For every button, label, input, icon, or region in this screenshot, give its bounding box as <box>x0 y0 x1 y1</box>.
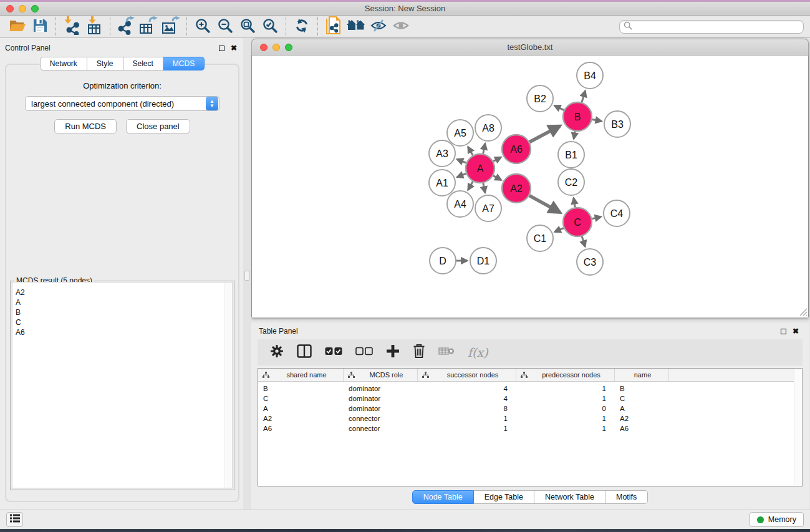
optimization-criterion-label: Optimization criterion: <box>6 81 238 90</box>
graph-edge-C-C1[interactable] <box>555 228 564 232</box>
tab-node-table[interactable]: Node Table <box>412 490 474 504</box>
graph-edge-A-A2[interactable] <box>493 176 501 180</box>
graph-edge-B-B3[interactable] <box>592 119 602 121</box>
graph-edge-B-B4[interactable] <box>582 91 586 102</box>
network-canvas-svg[interactable]: B4B2BB3A5A8A6B1A3AC2A1A2A4A7C4CC1C3DD1 <box>252 56 808 317</box>
network-window-titlebar[interactable]: testGlobe.txt <box>251 39 809 56</box>
mcds-tab-content: Optimization criterion: largest connecte… <box>5 64 239 502</box>
graph-node-label: B2 <box>534 94 546 104</box>
table-row[interactable]: A6connector11A6 <box>258 423 802 433</box>
function-builder-button: f(x) <box>468 343 488 362</box>
table-cell: A <box>258 405 344 412</box>
mcds-result-list[interactable]: A2ABCA6 <box>12 282 233 488</box>
column-header-MCDS-role[interactable]: MCDS role <box>344 369 418 381</box>
tab-select[interactable]: Select <box>123 57 163 70</box>
graph-edge-A2-C[interactable] <box>529 196 560 213</box>
save-session-button[interactable] <box>29 17 51 37</box>
table-cell: dominator <box>344 405 418 412</box>
graph-edge-A6-B[interactable] <box>529 126 560 142</box>
graph-edge-C-C3[interactable] <box>582 236 585 246</box>
import-network-button[interactable] <box>60 17 83 37</box>
graph-edge-B-B2[interactable] <box>554 105 564 110</box>
gear-icon <box>270 344 284 360</box>
mcds-result-item[interactable]: A <box>16 297 232 307</box>
graph-edge-A-A5[interactable] <box>468 147 473 155</box>
tab-edge-table[interactable]: Edge Table <box>474 490 534 504</box>
graph-edge-A-A6[interactable] <box>493 157 501 162</box>
show-columns-button[interactable] <box>297 343 312 362</box>
network-canvas[interactable]: B4B2BB3A5A8A6B1A3AC2A1A2A4A7C4CC1C3DD1 <box>251 56 809 317</box>
resize-grip-icon[interactable] <box>798 306 808 316</box>
zoom-in-icon <box>195 17 211 36</box>
tab-network-table[interactable]: Network Table <box>534 490 605 504</box>
open-session-button[interactable] <box>6 17 29 37</box>
zoom-out-button[interactable] <box>214 17 236 37</box>
graph-edge-C-C2[interactable] <box>574 198 575 207</box>
home-button[interactable] <box>345 17 367 37</box>
table-scrollbar[interactable] <box>794 369 802 486</box>
table-settings-button[interactable] <box>270 343 284 362</box>
mcds-result-item[interactable]: A6 <box>16 327 232 337</box>
hide-selected-button[interactable] <box>367 17 390 37</box>
close-panel-button[interactable]: Close panel <box>126 119 190 133</box>
control-panel-title: Control Panel <box>5 44 51 52</box>
graph-edge-A-A8[interactable] <box>483 143 485 153</box>
tab-motifs[interactable]: Motifs <box>605 490 648 504</box>
graph-edge-A-A4[interactable] <box>468 181 473 190</box>
import-table-button[interactable] <box>83 17 105 37</box>
column-header-successor-nodes[interactable]: successor nodes <box>418 369 516 381</box>
export-table-button[interactable] <box>137 17 160 37</box>
run-mcds-button[interactable]: Run MCDS <box>54 119 117 133</box>
zoom-selected-button[interactable] <box>259 17 281 37</box>
graph-edge-A-A7[interactable] <box>483 183 485 193</box>
panel-splitter[interactable] <box>243 38 251 510</box>
show-all-button[interactable] <box>390 17 412 37</box>
table-panel-header: Table Panel ✖ <box>258 323 803 339</box>
column-header-name[interactable]: name <box>615 369 669 381</box>
table-row[interactable]: Bdominator41B <box>258 384 802 394</box>
close-panel-icon[interactable]: ✖ <box>231 45 237 51</box>
table-row[interactable]: Adominator80A <box>258 404 802 414</box>
tab-network[interactable]: Network <box>40 57 87 70</box>
result-list-scrollbar[interactable] <box>224 283 232 488</box>
mcds-result-item[interactable]: C <box>16 317 232 327</box>
tab-mcds[interactable]: MCDS <box>163 57 205 70</box>
main-titlebar[interactable]: Session: New Session <box>0 2 810 16</box>
graph-edge-A-A1[interactable] <box>457 173 466 177</box>
table-cell: B <box>258 385 344 392</box>
memory-button[interactable]: Memory <box>750 512 804 527</box>
export-image-button[interactable] <box>160 17 182 37</box>
deselect-all-button[interactable] <box>355 343 373 362</box>
select-all-button[interactable] <box>325 343 342 362</box>
create-column-button[interactable] <box>386 343 400 362</box>
zoom-fit-button[interactable] <box>236 17 259 37</box>
table-row[interactable]: Cdominator41C <box>258 394 802 404</box>
export-network-button[interactable] <box>115 17 137 37</box>
float-table-panel-icon[interactable] <box>781 329 786 334</box>
close-table-panel-icon[interactable]: ✖ <box>793 328 799 334</box>
delete-column-button[interactable] <box>413 343 425 362</box>
float-panel-icon[interactable] <box>219 46 224 51</box>
refresh-button[interactable] <box>291 17 313 37</box>
optimization-criterion-select[interactable]: largest connected component (directed) ▲… <box>25 96 219 111</box>
global-search-input[interactable] <box>635 22 799 31</box>
mcds-result-item[interactable]: B <box>16 307 232 317</box>
table-row[interactable]: A2connector11A2 <box>258 414 802 423</box>
tab-style[interactable]: Style <box>87 57 123 70</box>
graph-edge-B-B1[interactable] <box>574 132 575 139</box>
status-bar: Memory <box>0 510 810 529</box>
task-history-button[interactable] <box>6 512 23 527</box>
toolbar-divider <box>55 17 56 36</box>
network-from-file-button[interactable] <box>322 17 345 37</box>
unchecked-boxes-icon <box>355 347 373 358</box>
zoom-in-button[interactable] <box>191 17 214 37</box>
splitter-handle[interactable] <box>244 271 249 281</box>
table-header-row: shared nameMCDS rolesuccessor nodesprede… <box>258 369 802 382</box>
column-header-shared-name[interactable]: shared name <box>258 369 344 381</box>
graph-edge-C-C4[interactable] <box>592 217 600 219</box>
table-cell: A <box>615 405 669 412</box>
mcds-result-item[interactable]: A2 <box>16 288 232 297</box>
graph-edge-A-A3[interactable] <box>457 159 466 163</box>
table-cell: C <box>615 395 669 402</box>
column-header-predecessor-nodes[interactable]: predecessor nodes <box>516 369 615 381</box>
